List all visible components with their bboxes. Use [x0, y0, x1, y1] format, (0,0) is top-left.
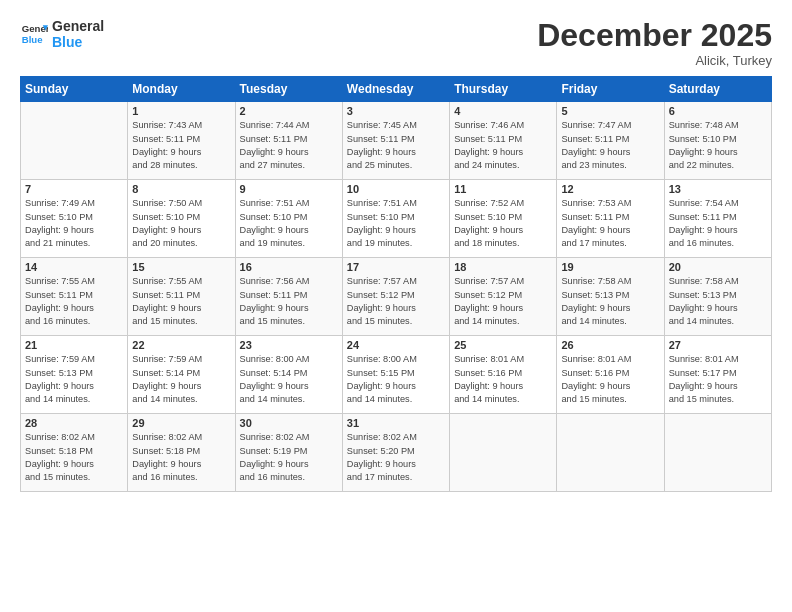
day-number: 31 [347, 417, 445, 429]
day-number: 20 [669, 261, 767, 273]
weekday-header-wednesday: Wednesday [342, 77, 449, 102]
week-row-1: 7Sunrise: 7:49 AMSunset: 5:10 PMDaylight… [21, 180, 772, 258]
calendar-cell: 20Sunrise: 7:58 AMSunset: 5:13 PMDayligh… [664, 258, 771, 336]
day-number: 11 [454, 183, 552, 195]
day-info: Sunrise: 8:02 AMSunset: 5:20 PMDaylight:… [347, 431, 445, 484]
day-number: 1 [132, 105, 230, 117]
calendar-cell: 13Sunrise: 7:54 AMSunset: 5:11 PMDayligh… [664, 180, 771, 258]
header: General Blue General Blue December 2025 … [20, 18, 772, 68]
calendar-cell: 12Sunrise: 7:53 AMSunset: 5:11 PMDayligh… [557, 180, 664, 258]
week-row-3: 21Sunrise: 7:59 AMSunset: 5:13 PMDayligh… [21, 336, 772, 414]
day-info: Sunrise: 7:44 AMSunset: 5:11 PMDaylight:… [240, 119, 338, 172]
calendar-cell: 14Sunrise: 7:55 AMSunset: 5:11 PMDayligh… [21, 258, 128, 336]
day-info: Sunrise: 8:01 AMSunset: 5:16 PMDaylight:… [561, 353, 659, 406]
calendar-cell: 9Sunrise: 7:51 AMSunset: 5:10 PMDaylight… [235, 180, 342, 258]
day-number: 16 [240, 261, 338, 273]
day-info: Sunrise: 8:02 AMSunset: 5:19 PMDaylight:… [240, 431, 338, 484]
calendar-cell: 16Sunrise: 7:56 AMSunset: 5:11 PMDayligh… [235, 258, 342, 336]
calendar-cell: 17Sunrise: 7:57 AMSunset: 5:12 PMDayligh… [342, 258, 449, 336]
day-info: Sunrise: 7:49 AMSunset: 5:10 PMDaylight:… [25, 197, 123, 250]
svg-text:Blue: Blue [22, 34, 43, 45]
weekday-header-thursday: Thursday [450, 77, 557, 102]
calendar-cell: 6Sunrise: 7:48 AMSunset: 5:10 PMDaylight… [664, 102, 771, 180]
logo-icon: General Blue [20, 20, 48, 48]
calendar-cell: 11Sunrise: 7:52 AMSunset: 5:10 PMDayligh… [450, 180, 557, 258]
day-number: 4 [454, 105, 552, 117]
day-info: Sunrise: 8:01 AMSunset: 5:17 PMDaylight:… [669, 353, 767, 406]
weekday-header-monday: Monday [128, 77, 235, 102]
weekday-header-sunday: Sunday [21, 77, 128, 102]
day-info: Sunrise: 7:46 AMSunset: 5:11 PMDaylight:… [454, 119, 552, 172]
week-row-2: 14Sunrise: 7:55 AMSunset: 5:11 PMDayligh… [21, 258, 772, 336]
title-block: December 2025 Alicik, Turkey [537, 18, 772, 68]
calendar-cell: 1Sunrise: 7:43 AMSunset: 5:11 PMDaylight… [128, 102, 235, 180]
day-info: Sunrise: 7:51 AMSunset: 5:10 PMDaylight:… [347, 197, 445, 250]
day-number: 5 [561, 105, 659, 117]
calendar-cell [664, 414, 771, 492]
weekday-header-saturday: Saturday [664, 77, 771, 102]
calendar-cell: 18Sunrise: 7:57 AMSunset: 5:12 PMDayligh… [450, 258, 557, 336]
weekday-header-tuesday: Tuesday [235, 77, 342, 102]
day-number: 22 [132, 339, 230, 351]
logo-general: General [52, 18, 104, 34]
calendar-cell: 24Sunrise: 8:00 AMSunset: 5:15 PMDayligh… [342, 336, 449, 414]
calendar-cell: 5Sunrise: 7:47 AMSunset: 5:11 PMDaylight… [557, 102, 664, 180]
day-number: 19 [561, 261, 659, 273]
week-row-0: 1Sunrise: 7:43 AMSunset: 5:11 PMDaylight… [21, 102, 772, 180]
day-number: 29 [132, 417, 230, 429]
day-number: 21 [25, 339, 123, 351]
day-info: Sunrise: 7:45 AMSunset: 5:11 PMDaylight:… [347, 119, 445, 172]
day-info: Sunrise: 7:43 AMSunset: 5:11 PMDaylight:… [132, 119, 230, 172]
calendar-cell: 15Sunrise: 7:55 AMSunset: 5:11 PMDayligh… [128, 258, 235, 336]
calendar-cell: 28Sunrise: 8:02 AMSunset: 5:18 PMDayligh… [21, 414, 128, 492]
calendar-cell: 22Sunrise: 7:59 AMSunset: 5:14 PMDayligh… [128, 336, 235, 414]
day-number: 27 [669, 339, 767, 351]
calendar-page: General Blue General Blue December 2025 … [0, 0, 792, 612]
day-number: 17 [347, 261, 445, 273]
calendar-cell [557, 414, 664, 492]
day-number: 25 [454, 339, 552, 351]
calendar-cell: 25Sunrise: 8:01 AMSunset: 5:16 PMDayligh… [450, 336, 557, 414]
day-number: 6 [669, 105, 767, 117]
day-info: Sunrise: 7:55 AMSunset: 5:11 PMDaylight:… [25, 275, 123, 328]
logo-blue: Blue [52, 34, 104, 50]
day-info: Sunrise: 7:58 AMSunset: 5:13 PMDaylight:… [561, 275, 659, 328]
day-number: 9 [240, 183, 338, 195]
day-number: 14 [25, 261, 123, 273]
week-row-4: 28Sunrise: 8:02 AMSunset: 5:18 PMDayligh… [21, 414, 772, 492]
day-info: Sunrise: 8:00 AMSunset: 5:15 PMDaylight:… [347, 353, 445, 406]
calendar-cell: 4Sunrise: 7:46 AMSunset: 5:11 PMDaylight… [450, 102, 557, 180]
day-number: 24 [347, 339, 445, 351]
day-info: Sunrise: 7:52 AMSunset: 5:10 PMDaylight:… [454, 197, 552, 250]
calendar-cell: 8Sunrise: 7:50 AMSunset: 5:10 PMDaylight… [128, 180, 235, 258]
logo: General Blue General Blue [20, 18, 104, 50]
day-info: Sunrise: 8:02 AMSunset: 5:18 PMDaylight:… [25, 431, 123, 484]
day-info: Sunrise: 7:47 AMSunset: 5:11 PMDaylight:… [561, 119, 659, 172]
day-number: 15 [132, 261, 230, 273]
day-number: 3 [347, 105, 445, 117]
calendar-cell: 7Sunrise: 7:49 AMSunset: 5:10 PMDaylight… [21, 180, 128, 258]
day-info: Sunrise: 8:01 AMSunset: 5:16 PMDaylight:… [454, 353, 552, 406]
calendar-cell: 27Sunrise: 8:01 AMSunset: 5:17 PMDayligh… [664, 336, 771, 414]
day-info: Sunrise: 7:50 AMSunset: 5:10 PMDaylight:… [132, 197, 230, 250]
day-number: 13 [669, 183, 767, 195]
day-number: 2 [240, 105, 338, 117]
calendar-cell: 31Sunrise: 8:02 AMSunset: 5:20 PMDayligh… [342, 414, 449, 492]
day-number: 30 [240, 417, 338, 429]
day-number: 7 [25, 183, 123, 195]
weekday-header-friday: Friday [557, 77, 664, 102]
day-info: Sunrise: 7:51 AMSunset: 5:10 PMDaylight:… [240, 197, 338, 250]
calendar-table: SundayMondayTuesdayWednesdayThursdayFrid… [20, 76, 772, 492]
day-info: Sunrise: 8:02 AMSunset: 5:18 PMDaylight:… [132, 431, 230, 484]
day-number: 12 [561, 183, 659, 195]
calendar-cell: 2Sunrise: 7:44 AMSunset: 5:11 PMDaylight… [235, 102, 342, 180]
calendar-cell: 21Sunrise: 7:59 AMSunset: 5:13 PMDayligh… [21, 336, 128, 414]
weekday-header-row: SundayMondayTuesdayWednesdayThursdayFrid… [21, 77, 772, 102]
day-number: 28 [25, 417, 123, 429]
calendar-cell: 10Sunrise: 7:51 AMSunset: 5:10 PMDayligh… [342, 180, 449, 258]
day-info: Sunrise: 8:00 AMSunset: 5:14 PMDaylight:… [240, 353, 338, 406]
day-info: Sunrise: 7:57 AMSunset: 5:12 PMDaylight:… [347, 275, 445, 328]
day-info: Sunrise: 7:59 AMSunset: 5:14 PMDaylight:… [132, 353, 230, 406]
day-info: Sunrise: 7:55 AMSunset: 5:11 PMDaylight:… [132, 275, 230, 328]
calendar-cell: 19Sunrise: 7:58 AMSunset: 5:13 PMDayligh… [557, 258, 664, 336]
